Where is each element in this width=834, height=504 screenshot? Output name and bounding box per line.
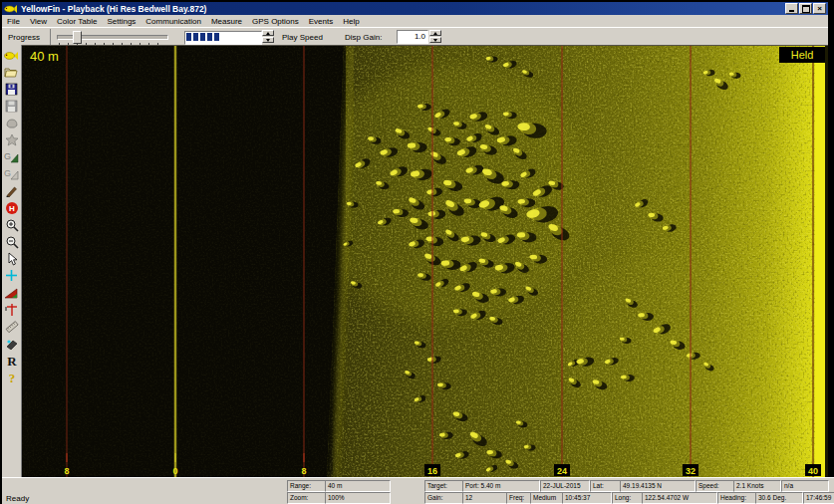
water-column-noise <box>22 45 351 477</box>
play-speed-gauge-fill <box>186 33 220 41</box>
save-icon <box>5 83 18 96</box>
progress-label: Progress <box>8 33 40 42</box>
heading-field-value: 30.6 Deg. <box>755 492 803 504</box>
menu-help[interactable]: Help <box>338 17 364 26</box>
held-indicator: Held <box>779 47 825 63</box>
disp-gain-down-button[interactable] <box>429 37 441 43</box>
menu-settings[interactable]: Settings <box>102 17 140 26</box>
star-icon <box>5 133 19 146</box>
save-alt-button[interactable] <box>3 98 21 115</box>
disp-gain-spinner[interactable] <box>429 30 441 44</box>
aux-field: n/a <box>781 480 829 492</box>
gain-field-value: 12 <box>462 492 508 504</box>
seabed-imagery <box>311 45 828 477</box>
range-field-label: Range: <box>287 480 327 492</box>
app-fish-icon <box>4 4 18 14</box>
svg-text:32: 32 <box>686 466 695 476</box>
gain-increase-icon: G <box>4 150 19 163</box>
offset-measure-icon <box>5 303 19 317</box>
svg-text:8: 8 <box>301 466 306 476</box>
disp-gain-input[interactable]: 1.0 <box>397 30 428 44</box>
crosshair-icon <box>5 269 18 282</box>
save-button[interactable] <box>3 81 21 98</box>
range-readout: 40 m <box>30 49 59 64</box>
zoom-out-icon <box>5 235 19 249</box>
playback-toolbar: Progress Play Speed Disp Gain: 1.0 <box>2 27 828 45</box>
r-tool-button[interactable]: R <box>3 352 21 369</box>
svg-text:H: H <box>9 204 15 213</box>
speed-field-value: 2.1 Knots <box>733 480 781 492</box>
open-folder-icon <box>4 66 19 79</box>
help-icon: ? <box>7 371 17 384</box>
menu-events[interactable]: Events <box>304 17 338 26</box>
play-speed-label: Play Speed <box>282 33 323 42</box>
far-range-strip <box>815 45 825 477</box>
play-speed-spinner[interactable] <box>262 30 274 44</box>
open-file-button[interactable] <box>3 64 21 81</box>
lat-field-value: 49.19.4135 N <box>620 480 695 492</box>
zoom-in-icon <box>5 218 19 232</box>
sonar-display[interactable]: 80816243240 40 m Held <box>22 45 828 477</box>
minimize-icon <box>789 10 794 12</box>
menu-color-table[interactable]: Color Table <box>52 17 102 26</box>
shell-tool-button[interactable] <box>3 115 21 131</box>
close-icon: × <box>817 5 822 13</box>
title-bar[interactable]: YellowFin - Playback (Hi Res Bedwell Bay… <box>2 2 828 15</box>
pointer-tool-button[interactable] <box>3 250 21 267</box>
menu-file[interactable]: File <box>2 17 25 26</box>
heading-field-label: Heading: <box>717 492 757 504</box>
pencil-icon <box>5 184 18 197</box>
zoom-out-button[interactable] <box>3 233 21 250</box>
svg-text:8: 8 <box>64 466 69 476</box>
eraser-tool-button[interactable] <box>3 335 21 352</box>
svg-text:0: 0 <box>172 466 177 476</box>
menu-communication[interactable]: Communication <box>140 17 206 26</box>
freq-field-label: Freq: <box>506 492 532 504</box>
time-field: 10:45:37 <box>562 492 612 504</box>
svg-text:G: G <box>4 151 11 161</box>
restore-button[interactable] <box>799 3 812 14</box>
close-button[interactable]: × <box>813 3 826 14</box>
menu-measure[interactable]: Measure <box>206 17 247 26</box>
zoom-field-value: 100% <box>325 492 391 504</box>
gain-decrease-button[interactable]: G <box>3 165 21 182</box>
left-tool-strip: G G H R ? <box>2 45 22 477</box>
lat-field-label: Lat: <box>590 480 622 492</box>
fish-tool-button[interactable] <box>3 47 21 64</box>
play-speed-gauge[interactable] <box>184 31 262 45</box>
menu-gps-options[interactable]: GPS Options <box>247 17 304 26</box>
menu-bar: File View Color Table Settings Communica… <box>2 15 828 27</box>
play-speed-down-button[interactable] <box>262 37 274 43</box>
help-button[interactable]: ? <box>3 369 21 385</box>
arrow-up-icon <box>266 32 270 35</box>
eraser-icon <box>5 338 19 350</box>
play-speed-up-button[interactable] <box>262 30 274 36</box>
arrow-up-icon <box>433 32 437 35</box>
held-label: Held <box>791 49 814 61</box>
window-title: YellowFin - Playback (Hi Res Bedwell Bay… <box>21 4 206 14</box>
svg-text:40: 40 <box>808 466 818 476</box>
shell-icon <box>5 118 19 129</box>
long-field-label: Long: <box>612 492 644 504</box>
star-tool-button[interactable] <box>3 131 21 148</box>
offset-measure-button[interactable] <box>3 301 21 318</box>
svg-text:R: R <box>7 354 17 368</box>
disp-gain-up-button[interactable] <box>429 30 441 36</box>
gain-increase-button[interactable]: G <box>3 148 21 165</box>
disp-gain-label: Disp Gain: <box>345 33 382 42</box>
pencil-tool-button[interactable] <box>3 182 21 199</box>
minimize-button[interactable] <box>785 3 798 14</box>
ruler-tool-button[interactable] <box>3 318 21 335</box>
hold-marker-button[interactable]: H <box>3 199 21 216</box>
arrow-down-icon <box>433 39 437 42</box>
angle-measure-button[interactable] <box>3 284 21 301</box>
ready-status: Ready <box>6 494 29 503</box>
zoom-in-button[interactable] <box>3 216 21 233</box>
menu-view[interactable]: View <box>25 17 52 26</box>
target-field-label: Target: <box>424 480 464 492</box>
main-area: G G H R ? <box>2 45 828 477</box>
fish-icon <box>4 50 19 62</box>
crosshair-tool-button[interactable] <box>3 267 21 284</box>
long-field-value: 122.54.4702 W <box>642 492 717 504</box>
progress-slider[interactable] <box>50 29 172 45</box>
